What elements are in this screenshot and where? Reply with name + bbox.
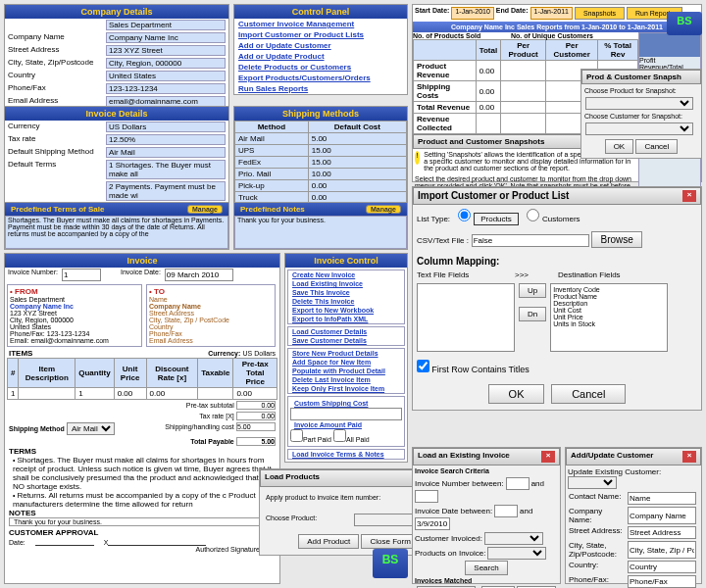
- cd-value[interactable]: Sales Department: [106, 20, 226, 30]
- dest-field[interactable]: Product Name: [553, 293, 665, 300]
- cust-inv-select[interactable]: [484, 532, 543, 545]
- choose-prod-select[interactable]: [585, 97, 693, 110]
- control-panel-link[interactable]: Customer Invoice Management: [234, 19, 407, 29]
- inv-no-input[interactable]: [62, 269, 101, 281]
- inv-cell[interactable]: 1: [8, 388, 19, 400]
- control-panel-link[interactable]: Export Products/Customers/Orders: [234, 73, 407, 83]
- prod-inv-select[interactable]: [487, 547, 546, 560]
- dn-button[interactable]: Dn: [519, 307, 546, 321]
- invnum-to[interactable]: [415, 490, 438, 503]
- custom-ship-link[interactable]: Custom Shipping Cost: [290, 399, 402, 408]
- snap2-cancel[interactable]: Cancel: [635, 139, 678, 154]
- all-paid-check[interactable]: [333, 429, 346, 442]
- phone-input[interactable]: [628, 575, 696, 588]
- dest-field[interactable]: Inventory Code: [553, 286, 665, 293]
- inv-control-link[interactable]: Export to InfoPath XML: [288, 315, 404, 323]
- snap2-ok[interactable]: OK: [605, 139, 634, 154]
- inv-control-link[interactable]: Save Customer Details: [288, 336, 404, 345]
- dest-field[interactable]: Unit Cost: [553, 307, 665, 314]
- street-label: Street Address:: [569, 526, 628, 539]
- import-close-icon[interactable]: ×: [682, 190, 696, 202]
- customers-radio[interactable]: [527, 209, 539, 221]
- part-paid-check[interactable]: [290, 429, 303, 442]
- inv-cell[interactable]: 1: [76, 388, 114, 400]
- choose-cust-select[interactable]: [585, 122, 693, 135]
- cd-value[interactable]: United States: [106, 71, 226, 81]
- file-input[interactable]: [472, 234, 589, 247]
- control-panel-link[interactable]: Run Sales Reports: [234, 83, 407, 94]
- id-value[interactable]: 12.50%: [106, 134, 226, 145]
- id-value[interactable]: 2 Payments. Payment must be made wi: [106, 181, 226, 201]
- prod-rev-label: Product Revenue: [414, 61, 477, 81]
- profit-label: Profit: [639, 57, 700, 64]
- loadinv-close-icon[interactable]: ×: [541, 451, 555, 463]
- contact-name-input[interactable]: [628, 492, 696, 505]
- id-value[interactable]: US Dollars: [106, 122, 226, 132]
- inv-cell[interactable]: [198, 388, 233, 400]
- cd-value[interactable]: Company Name Inc: [106, 32, 226, 43]
- invdate-from[interactable]: [494, 505, 518, 517]
- start-date-val[interactable]: 1-Jan-2010: [451, 7, 493, 20]
- inv-control-link[interactable]: Create New Invoice: [288, 270, 404, 279]
- manage-terms-button[interactable]: Manage: [187, 205, 223, 214]
- street-input[interactable]: [628, 526, 696, 539]
- cd-value[interactable]: City, Region, 000000: [106, 58, 226, 69]
- text-fields-list[interactable]: [417, 283, 515, 352]
- inv-cell[interactable]: [19, 388, 76, 400]
- invnum-from[interactable]: [506, 477, 530, 490]
- import-ok-button[interactable]: OK: [488, 384, 545, 404]
- inv-control-link[interactable]: Export to New Workbook: [288, 306, 404, 315]
- inv-control-link[interactable]: Populate with Product Detail: [288, 367, 404, 375]
- company-name-input[interactable]: [628, 507, 696, 524]
- products-radio[interactable]: [458, 209, 471, 221]
- browse-button[interactable]: Browse: [591, 231, 641, 248]
- dest-field[interactable]: Unit Price: [553, 314, 665, 320]
- add-product-button[interactable]: Add Product: [298, 534, 359, 549]
- inv-control-link[interactable]: Load Customer Details: [288, 327, 404, 336]
- search-crit-label: Invoice Search Criteria: [413, 466, 560, 476]
- inv-cell[interactable]: 0.00: [233, 388, 277, 400]
- terms-text: Shortages. The Buyer must make all claim…: [5, 216, 228, 249]
- exist-cust-select[interactable]: [568, 476, 617, 489]
- inv-control-link[interactable]: Store New Product Details: [288, 349, 404, 358]
- inv-control-link[interactable]: Load Existing Invoice: [288, 279, 404, 288]
- control-panel-link[interactable]: Delete Products or Customers: [234, 62, 407, 73]
- custom-ship-input[interactable]: [290, 408, 402, 420]
- inv-date-input[interactable]: [165, 269, 233, 281]
- country-input[interactable]: [628, 561, 696, 573]
- inv-control-link[interactable]: Delete Last Invoice Item: [288, 375, 404, 384]
- inv-cell[interactable]: 0.00: [146, 388, 198, 400]
- dest-field[interactable]: Description: [553, 300, 665, 307]
- cd-value[interactable]: 123 XYZ Street: [106, 45, 226, 56]
- close-form-button[interactable]: Close Form: [361, 534, 419, 549]
- inv-control-link[interactable]: Add Space for New Item: [288, 358, 404, 367]
- ship-select[interactable]: Air Mail: [67, 422, 115, 435]
- amount-paid-link[interactable]: Invoice Amount Paid: [290, 420, 402, 429]
- control-panel-link[interactable]: Import Customer or Product Lists: [234, 29, 407, 40]
- id-value[interactable]: 1 Shortages. The Buyer must make all: [106, 160, 226, 179]
- addcust-close-icon[interactable]: ×: [682, 451, 696, 463]
- end-date-val[interactable]: 1-Jan-2011: [530, 7, 573, 20]
- snapshots-button[interactable]: Snapshots: [575, 7, 625, 20]
- control-panel-link[interactable]: Add or Update Customer: [234, 40, 407, 51]
- invdate-to[interactable]: [415, 517, 450, 530]
- first-row-check[interactable]: [417, 360, 429, 372]
- manage-notes-button[interactable]: Manage: [366, 205, 401, 214]
- up-button[interactable]: Up: [519, 283, 546, 298]
- inv-control-link[interactable]: Delete This Invoice: [288, 297, 404, 306]
- inv-control-link[interactable]: Keep Only First Invoice Item: [288, 384, 404, 393]
- id-value[interactable]: Air Mail: [106, 147, 226, 158]
- dest-field[interactable]: Units in Stock: [553, 320, 665, 327]
- inv-cell[interactable]: 0.00: [114, 388, 146, 400]
- cd-value[interactable]: 123-123-1234: [106, 83, 226, 94]
- ship-cost: 15.00: [308, 145, 406, 157]
- csz-input[interactable]: [628, 541, 696, 559]
- search-button[interactable]: Search: [465, 561, 507, 575]
- inv-control-link[interactable]: Save This Invoice: [288, 288, 404, 297]
- import-cancel-button[interactable]: Cancel: [551, 384, 626, 404]
- control-panel-link[interactable]: Add or Update Product: [234, 51, 407, 62]
- phone-label: Phone/Fax:: [569, 575, 628, 588]
- snap-dialog-title: Prod & Customer Snapsh: [581, 70, 701, 84]
- load-terms-link[interactable]: Load Invoice Terms & Notes: [288, 450, 404, 459]
- dest-fields-list[interactable]: Inventory CodeProduct NameDescriptionUni…: [550, 283, 668, 352]
